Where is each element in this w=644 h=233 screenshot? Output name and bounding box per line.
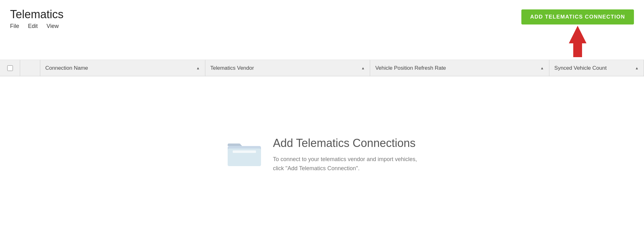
menu-view[interactable]: View (47, 22, 59, 30)
arrow-annotation (569, 26, 586, 57)
checkbox-column-header[interactable] (0, 60, 20, 76)
empty-state-desc-line1: To connect to your telematics vendor and… (273, 156, 417, 162)
select-all-checkbox[interactable] (7, 65, 13, 71)
arrow-head-icon (569, 26, 586, 43)
menu-bar: File Edit View (10, 22, 64, 30)
arrow-stem-icon (573, 43, 582, 57)
column-header-vehicle-refresh-rate-label: Vehicle Position Refresh Rate (375, 65, 446, 71)
empty-state-description: To connect to your telematics vendor and… (273, 155, 417, 173)
svg-rect-2 (233, 150, 256, 153)
add-telematics-connection-button[interactable]: ADD TELEMATICS CONNECTION (521, 9, 634, 24)
sort-arrow-synced-vehicle-count-icon: ▲ (635, 66, 639, 70)
app-title: Telematics (10, 8, 64, 21)
empty-state-title: Add Telematics Connections (273, 137, 417, 150)
folder-icon (227, 139, 262, 167)
header-left: Telematics File Edit View (10, 8, 64, 30)
empty-state-content: Add Telematics Connections To connect to… (227, 137, 417, 173)
empty-state-desc-line2: click "Add Telematics Connection". (273, 165, 360, 171)
column-header-vehicle-refresh-rate[interactable]: Vehicle Position Refresh Rate ▲ (370, 60, 549, 76)
column-header-synced-vehicle-count-label: Synced Vehicle Count (554, 65, 607, 71)
menu-file[interactable]: File (10, 22, 19, 30)
sort-arrow-vehicle-refresh-rate-icon: ▲ (540, 66, 544, 70)
column-header-connection-name[interactable]: Connection Name ▲ (40, 60, 205, 76)
empty-state-text: Add Telematics Connections To connect to… (273, 137, 417, 173)
menu-edit[interactable]: Edit (28, 22, 38, 30)
column-header-connection-name-label: Connection Name (45, 65, 88, 71)
sort-arrow-connection-name-icon: ▲ (196, 66, 200, 70)
column-header-synced-vehicle-count[interactable]: Synced Vehicle Count ▲ (549, 60, 644, 76)
empty-state: Add Telematics Connections To connect to… (0, 76, 644, 221)
header-right: ADD TELEMATICS CONNECTION (521, 8, 634, 57)
table-header: Connection Name ▲ Telematics Vendor ▲ Ve… (0, 60, 644, 76)
column-header-telematics-vendor[interactable]: Telematics Vendor ▲ (205, 60, 370, 76)
app-header: Telematics File Edit View ADD TELEMATICS… (0, 0, 644, 60)
column-header-telematics-vendor-label: Telematics Vendor (210, 65, 254, 71)
sort-arrow-telematics-vendor-icon: ▲ (361, 66, 365, 70)
color-column-header (20, 60, 40, 76)
